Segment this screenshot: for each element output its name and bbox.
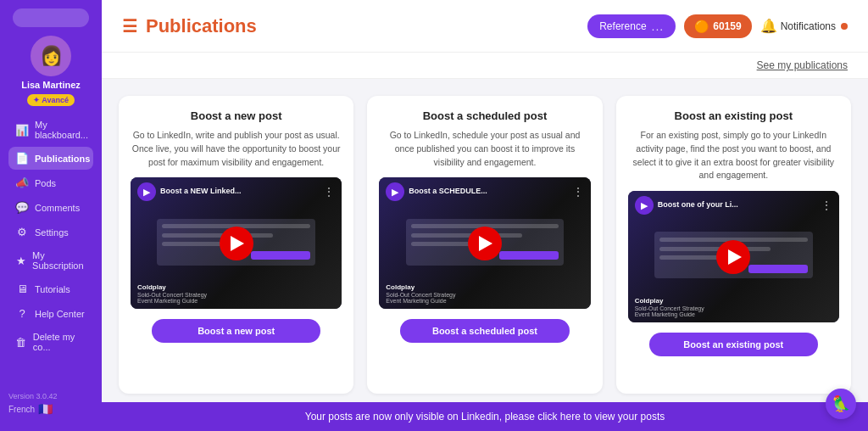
card-boost-new: Boost a new post Go to LinkedIn, write a…	[119, 96, 353, 394]
sub-header: See my publications	[102, 53, 868, 79]
video-menu-icon[interactable]: ⋮	[572, 185, 584, 199]
dashboard-icon: 📊	[15, 124, 29, 137]
sidebar-search[interactable]	[13, 8, 89, 27]
language-label: French 🇫🇷	[8, 402, 93, 416]
sidebar-item-pods[interactable]: 📣 Pods	[8, 171, 93, 194]
sidebar-item-label: Publications	[35, 154, 90, 164]
sidebar-nav: 📊 My blackboard... 📄 Publications 📣 Pods…	[0, 115, 102, 385]
see-publications-button[interactable]: See my publications	[757, 59, 848, 71]
sidebar-item-subscription[interactable]: ★ My Subscription	[8, 245, 93, 276]
delete-icon: 🗑	[15, 336, 27, 349]
sidebar-item-comments[interactable]: 💬 Comments	[8, 196, 93, 219]
tutorials-icon: 🖥	[15, 283, 29, 295]
play-button-boost-scheduled[interactable]	[468, 227, 502, 260]
video-thumb-boost-existing[interactable]: ▶ Boost one of your Li... ⋮ Coldplay Sol…	[628, 191, 839, 322]
sidebar-item-help[interactable]: ? Help Center	[8, 302, 93, 325]
notification-dot	[841, 23, 848, 30]
video-menu-icon[interactable]: ⋮	[323, 185, 335, 199]
reference-button[interactable]: Reference ...	[587, 14, 676, 38]
sidebar-item-label: Delete my co...	[33, 332, 86, 352]
boost-button-boost-new[interactable]: Boost a new post	[152, 319, 320, 343]
user-name: Lisa Martinez	[21, 80, 81, 91]
video-bottom: Coldplay Sold-Out Concert StrategyEvent …	[137, 283, 335, 304]
avatar: 👩	[31, 36, 71, 76]
main-content: ☰ Publications Reference ... 🟠 60159 🔔 N…	[102, 0, 868, 431]
page-title-container: ☰ Publications	[122, 15, 257, 37]
sidebar-bottom: Version 3.0.42 French 🇫🇷	[0, 385, 102, 423]
card-title-boost-scheduled: Boost a scheduled post	[423, 109, 548, 122]
card-title-boost-existing: Boost an existing post	[675, 109, 793, 122]
coin-icon: 🟠	[694, 20, 709, 33]
video-thumb-boost-new[interactable]: ▶ Boost a NEW Linked... ⋮ Coldplay Sold-…	[131, 177, 342, 309]
sidebar-item-settings[interactable]: ⚙ Settings	[8, 221, 93, 243]
sidebar-item-label: Comments	[35, 203, 80, 213]
sidebar-item-label: My Subscription	[32, 250, 86, 271]
sidebar-item-dashboard[interactable]: 📊 My blackboard...	[8, 115, 93, 145]
video-title: Boost a NEW Linked...	[160, 187, 323, 197]
floating-assistant-icon[interactable]: 🦜	[826, 389, 856, 419]
title-icon: ☰	[122, 16, 137, 36]
play-button-boost-existing[interactable]	[716, 240, 750, 274]
video-title: Boost one of your Li...	[658, 200, 821, 210]
settings-icon: ⚙	[15, 226, 29, 238]
video-title: Boost a SCHEDULE...	[409, 187, 571, 197]
card-desc-boost-new: Go to LinkedIn, write and publish your p…	[131, 129, 342, 169]
coins-value: 60159	[713, 20, 741, 32]
pods-icon: 📣	[15, 176, 29, 189]
page-title: Publications	[146, 15, 257, 37]
bottom-banner[interactable]: Your posts are now only visible on Linke…	[102, 402, 868, 431]
sidebar-item-label: Tutorials	[35, 284, 70, 294]
channel-icon: ▶	[635, 196, 654, 215]
sidebar-item-tutorials[interactable]: 🖥 Tutorials	[8, 277, 93, 300]
sidebar-item-publications[interactable]: 📄 Publications	[8, 147, 93, 170]
cards-area: Boost a new post Go to LinkedIn, write a…	[102, 79, 868, 402]
flag-icon: 🇫🇷	[38, 402, 53, 416]
header: ☰ Publications Reference ... 🟠 60159 🔔 N…	[102, 0, 868, 53]
sidebar-item-label: Help Center	[35, 309, 85, 319]
video-bottom: Coldplay Sold-Out Concert StrategyEvent …	[386, 283, 583, 304]
publications-icon: 📄	[15, 152, 29, 165]
channel-icon: ▶	[386, 182, 404, 201]
header-actions: Reference ... 🟠 60159 🔔 Notifications	[587, 14, 848, 38]
reference-dots: ...	[652, 20, 665, 33]
card-desc-boost-existing: For an existing post, simply go to your …	[628, 129, 839, 182]
channel-icon: ▶	[137, 182, 156, 201]
video-menu-icon[interactable]: ⋮	[821, 199, 832, 212]
sidebar: 👩 Lisa Martinez ✦ Avancé 📊 My blackboard…	[0, 0, 102, 431]
sidebar-item-delete[interactable]: 🗑 Delete my co...	[8, 327, 93, 357]
notifications-button[interactable]: 🔔 Notifications	[760, 18, 848, 34]
card-desc-boost-scheduled: Go to LinkedIn, schedule your post as us…	[379, 129, 590, 169]
card-title-boost-new: Boost a new post	[191, 109, 282, 122]
card-boost-existing: Boost an existing post For an existing p…	[616, 96, 851, 394]
video-thumb-boost-scheduled[interactable]: ▶ Boost a SCHEDULE... ⋮ Coldplay Sold-Ou…	[379, 177, 590, 309]
user-badge: ✦ Avancé	[27, 94, 75, 106]
version-label: Version 3.0.42	[8, 392, 93, 400]
subscription-icon: ★	[15, 255, 26, 267]
sidebar-item-label: My blackboard...	[35, 120, 88, 140]
comments-icon: 💬	[15, 201, 29, 214]
boost-button-boost-existing[interactable]: Boost an existing post	[649, 333, 818, 356]
sidebar-item-label: Pods	[35, 178, 56, 188]
boost-button-boost-scheduled[interactable]: Boost a scheduled post	[400, 319, 569, 343]
video-bottom: Coldplay Sold-Out Concert StrategyEvent …	[635, 296, 832, 317]
sidebar-item-label: Settings	[35, 227, 69, 238]
help-icon: ?	[15, 307, 29, 320]
card-boost-scheduled: Boost a scheduled post Go to LinkedIn, s…	[367, 96, 602, 394]
play-button-boost-new[interactable]	[220, 227, 253, 260]
assistant-icon: 🦜	[832, 395, 850, 413]
coins-button[interactable]: 🟠 60159	[684, 14, 751, 38]
notifications-label: Notifications	[781, 20, 836, 32]
bell-icon: 🔔	[760, 18, 777, 34]
